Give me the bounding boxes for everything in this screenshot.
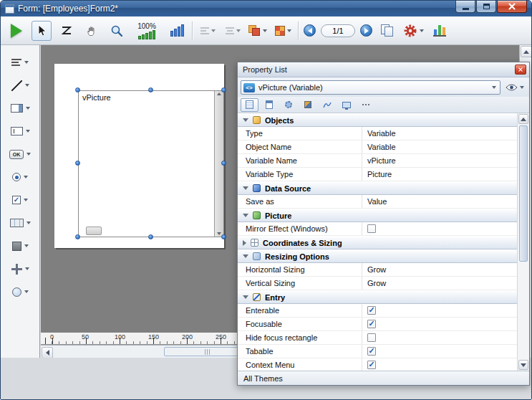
text-tool-button[interactable] [4, 54, 36, 71]
checkbox-tool-button[interactable] [4, 191, 36, 209]
section-header-entry[interactable]: Entry [238, 290, 517, 304]
tab-page[interactable] [260, 98, 278, 112]
section-header-picture[interactable]: Picture [238, 209, 517, 222]
property-row-save-as: Save as Value [238, 195, 517, 209]
themes-footer[interactable]: All Themes [238, 371, 529, 385]
zoom-tool-button[interactable] [107, 21, 127, 41]
hand-icon [86, 25, 97, 37]
tab-chart[interactable] [318, 98, 336, 112]
property-value[interactable]: Value [362, 195, 517, 208]
level-objects-button[interactable] [248, 21, 268, 41]
order-entry-tool-button[interactable] [57, 21, 77, 41]
property-list-scrollbar[interactable] [517, 113, 529, 371]
manage-pages-button[interactable] [377, 21, 397, 41]
mirror-effect-checkbox[interactable] [367, 224, 376, 233]
display-scale-button[interactable] [167, 21, 187, 41]
input-field-tool-button[interactable] [4, 123, 36, 140]
ruler-mark: 150 [148, 333, 159, 341]
tabable-checkbox[interactable] [367, 347, 376, 356]
picture-variable-object[interactable]: vPicture [78, 90, 224, 237]
previous-page-button[interactable] [304, 24, 316, 37]
property-value[interactable]: Variable [362, 141, 517, 153]
selection-handle[interactable] [148, 87, 153, 92]
pan-tool-button[interactable] [82, 21, 102, 41]
button-bar-tool-button[interactable] [4, 214, 36, 232]
selection-handle[interactable] [75, 234, 80, 239]
pointer-tool-button[interactable] [32, 21, 52, 41]
property-row-horizontal-sizing: Horizontal Sizing Grow [238, 263, 517, 277]
view-options-button[interactable] [503, 82, 526, 92]
oval-tool-button[interactable] [4, 283, 36, 300]
titlebar[interactable]: Form: [Employees]Form2* [1, 1, 531, 16]
property-value[interactable]: Grow [362, 263, 517, 276]
selection-handle[interactable] [148, 234, 153, 239]
tab-settings[interactable] [279, 98, 297, 112]
scroll-down-button[interactable] [518, 360, 528, 370]
object-selector-dropdown[interactable]: <> vPicture (Variable) [241, 80, 500, 95]
hide-focus-rectangle-checkbox[interactable] [367, 333, 376, 342]
selection-handle[interactable] [75, 161, 80, 166]
zoom-level-control[interactable]: 100% [132, 22, 162, 39]
button-tool-button[interactable]: OK [4, 146, 36, 163]
section-header-data-source[interactable]: Data Source [238, 181, 517, 195]
window-title: Form: [Employees]Form2* [18, 4, 118, 14]
execute-form-button[interactable] [6, 21, 26, 41]
page-indicator: 1/1 [321, 24, 355, 37]
object-hscroll-thumb[interactable] [86, 227, 102, 235]
line-tool-button[interactable] [4, 77, 36, 94]
form-page[interactable]: vPicture [54, 64, 224, 248]
focusable-checkbox[interactable] [367, 320, 376, 328]
form-properties-button[interactable] [402, 21, 425, 41]
tab-events[interactable] [299, 98, 316, 112]
text-icon [11, 59, 21, 66]
duplicate-grid-button[interactable] [273, 21, 293, 41]
splitter-tool-button[interactable] [4, 260, 36, 277]
tab-more[interactable] [357, 98, 374, 112]
property-value[interactable]: Grow [362, 277, 517, 290]
combo-box-tool-button[interactable] [4, 100, 36, 117]
radio-button-tool-button[interactable] [4, 168, 36, 186]
splitter-icon [11, 264, 22, 275]
context-menu-checkbox[interactable] [367, 361, 376, 369]
scroll-up-button[interactable] [521, 46, 532, 57]
section-header-resizing-options[interactable]: Resizing Options [238, 249, 517, 263]
selection-handle[interactable] [221, 87, 226, 92]
enterable-checkbox[interactable] [367, 306, 376, 315]
close-button[interactable] [497, 1, 527, 13]
scroll-thumb[interactable] [519, 125, 528, 262]
next-page-icon [364, 28, 369, 34]
scroll-up-button[interactable] [518, 114, 528, 124]
section-label: Data Source [265, 184, 311, 193]
align-objects-button[interactable] [198, 21, 218, 41]
next-page-button[interactable] [360, 24, 372, 37]
property-label: Vertical Sizing [238, 277, 362, 290]
chevron-down-icon [26, 107, 30, 110]
property-value[interactable]: Variable [362, 127, 517, 140]
section-label: Resizing Options [265, 252, 329, 261]
chevron-down-icon [420, 29, 424, 32]
maximize-button[interactable] [476, 1, 496, 13]
tab-display[interactable] [337, 98, 355, 112]
distribute-objects-button[interactable] [223, 21, 243, 41]
section-header-coordinates-sizing[interactable]: Coordinates & Sizing [238, 236, 517, 249]
selection-handle[interactable] [221, 234, 226, 239]
selection-handle[interactable] [221, 161, 226, 166]
input-field-icon [11, 127, 23, 135]
scroll-left-button[interactable] [42, 347, 53, 358]
insert-chart-button[interactable] [430, 21, 450, 41]
rectangle-tool-button[interactable] [4, 237, 36, 254]
scroll-track[interactable] [518, 125, 529, 359]
disclosure-triangle-icon [243, 295, 248, 299]
cursor-arrow-icon [37, 24, 47, 37]
minimize-button[interactable] [455, 1, 475, 13]
selection-handle[interactable] [75, 87, 80, 92]
chevron-down-icon [25, 84, 29, 87]
property-value[interactable]: Picture [362, 168, 517, 181]
scroll-left-icon [46, 350, 49, 356]
tab-property-list[interactable] [241, 98, 258, 112]
property-value[interactable]: vPicture [362, 154, 517, 167]
property-list-titlebar[interactable]: Property List [238, 62, 529, 77]
section-header-objects[interactable]: Objects [238, 113, 517, 127]
section-label: Picture [265, 211, 291, 220]
property-list-close-button[interactable] [515, 65, 526, 75]
